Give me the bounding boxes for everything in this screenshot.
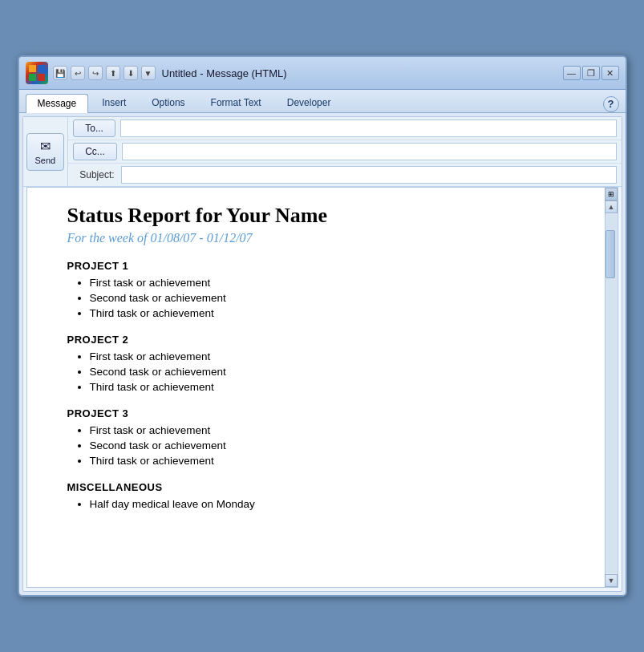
task-list-2: First task or achievement Second task or… xyxy=(67,350,581,393)
header-rows: To... Cc... Subject: xyxy=(68,117,621,186)
scroll-down-button[interactable]: ▼ xyxy=(605,574,618,587)
scroll-up-button[interactable]: ▲ xyxy=(605,200,618,213)
send-area: ✉ Send xyxy=(23,117,69,186)
list-item: First task or achievement xyxy=(90,277,581,289)
send-button[interactable]: ✉ Send xyxy=(26,133,65,171)
redo-button[interactable]: ↪ xyxy=(88,66,103,80)
project-section-3: PROJECT 3 First task or achievement Seco… xyxy=(67,407,581,467)
scroll-track[interactable] xyxy=(606,214,617,573)
up-button[interactable]: ⬆ xyxy=(106,66,120,80)
ribbon-tabs: Message Insert Options Format Text Devel… xyxy=(26,90,619,112)
tab-options[interactable]: Options xyxy=(140,93,196,112)
project-heading-1: PROJECT 1 xyxy=(67,260,581,272)
cc-button[interactable]: Cc... xyxy=(73,143,117,160)
list-item: Third task or achievement xyxy=(90,307,581,319)
outlook-window: 💾 ↩ ↪ ⬆ ⬇ ▼ Untitled - Message (HTML) — … xyxy=(18,55,627,597)
office-logo xyxy=(26,62,48,84)
email-body-content[interactable]: Status Report for Your Name For the week… xyxy=(27,188,605,587)
ribbon: Message Insert Options Format Text Devel… xyxy=(19,90,626,113)
undo-button[interactable]: ↩ xyxy=(71,66,85,80)
quick-access-toolbar: 💾 ↩ ↪ ⬆ ⬇ ▼ xyxy=(53,66,156,80)
to-input[interactable] xyxy=(120,119,617,137)
list-item: Half day medical leave on Monday xyxy=(90,498,581,510)
cc-input[interactable] xyxy=(122,143,617,160)
scroll-thumb[interactable] xyxy=(606,230,615,278)
window-title: Untitled - Message (HTML) xyxy=(162,67,563,79)
list-item: Third task or achievement xyxy=(90,381,581,393)
save-button[interactable]: 💾 xyxy=(53,66,67,80)
task-list-misc: Half day medical leave on Monday xyxy=(67,498,581,510)
svg-rect-2 xyxy=(29,74,36,81)
send-icon: ✉ xyxy=(40,139,51,154)
project-section-1: PROJECT 1 First task or achievement Seco… xyxy=(67,260,581,319)
list-item: Second task or achievement xyxy=(90,439,581,452)
title-bar: 💾 ↩ ↪ ⬆ ⬇ ▼ Untitled - Message (HTML) — … xyxy=(19,57,626,90)
project-heading-3: PROJECT 3 xyxy=(67,407,581,419)
minimize-button[interactable]: — xyxy=(563,66,581,80)
scrollbar[interactable]: ⊞ ▲ ▼ xyxy=(605,188,618,587)
to-row: To... xyxy=(68,117,621,140)
svg-rect-1 xyxy=(38,65,45,72)
compose-area: ✉ Send To... Cc... Subject: xyxy=(22,116,622,592)
window-controls: — ❐ ✕ xyxy=(563,66,619,80)
scroll-corner-top[interactable]: ⊞ xyxy=(605,188,618,200)
send-label: Send xyxy=(35,156,56,165)
list-item: Third task or achievement xyxy=(90,455,581,467)
email-subtitle: For the week of 01/08/07 - 01/12/07 xyxy=(67,231,581,245)
to-button[interactable]: To... xyxy=(73,119,115,137)
compose-header: ✉ Send To... Cc... Subject: xyxy=(23,117,622,187)
email-body-area: Status Report for Your Name For the week… xyxy=(26,187,618,588)
maximize-button[interactable]: ❐ xyxy=(582,66,600,80)
tab-format-text[interactable]: Format Text xyxy=(199,93,273,112)
project-section-2: PROJECT 2 First task or achievement Seco… xyxy=(67,334,581,393)
dropdown-arrow[interactable]: ▼ xyxy=(141,66,156,80)
task-list-3: First task or achievement Second task or… xyxy=(67,424,581,467)
close-button[interactable]: ✕ xyxy=(601,66,619,80)
svg-rect-3 xyxy=(38,74,45,81)
tab-developer[interactable]: Developer xyxy=(275,93,343,112)
subject-label: Subject: xyxy=(68,166,120,184)
tab-insert[interactable]: Insert xyxy=(90,93,138,112)
email-title: Status Report for Your Name xyxy=(67,204,581,228)
list-item: First task or achievement xyxy=(90,424,581,436)
tab-message[interactable]: Message xyxy=(26,94,89,113)
svg-rect-0 xyxy=(29,65,36,72)
project-heading-misc: MISCELLANEOUS xyxy=(67,481,581,493)
list-item: Second task or achievement xyxy=(90,366,581,378)
project-section-misc: MISCELLANEOUS Half day medical leave on … xyxy=(67,481,581,510)
help-button[interactable]: ? xyxy=(603,96,619,112)
subject-input[interactable] xyxy=(121,166,617,184)
list-item: Second task or achievement xyxy=(90,292,581,304)
cc-row: Cc... xyxy=(68,140,621,164)
compose-header-flex: ✉ Send To... Cc... Subject: xyxy=(23,117,622,186)
list-item: First task or achievement xyxy=(90,350,581,362)
task-list-1: First task or achievement Second task or… xyxy=(67,277,581,319)
project-heading-2: PROJECT 2 xyxy=(67,334,581,346)
down-button[interactable]: ⬇ xyxy=(124,66,138,80)
subject-row: Subject: xyxy=(68,164,621,186)
